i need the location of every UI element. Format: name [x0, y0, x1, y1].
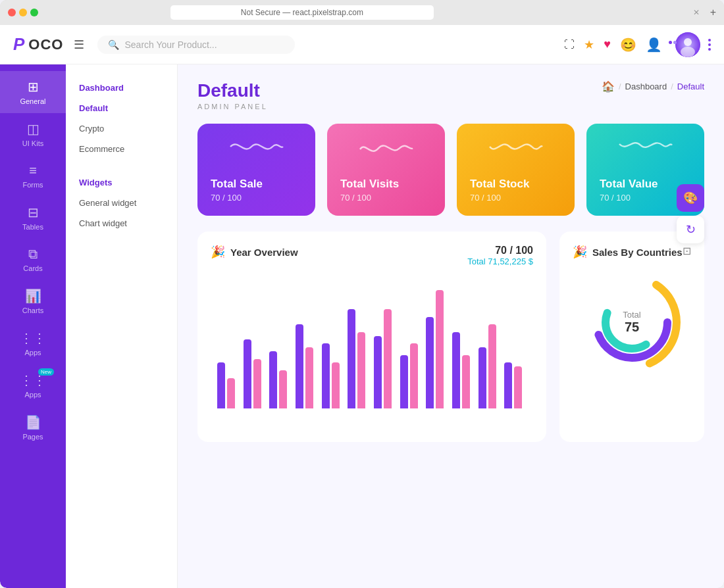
sidebar-item-apps[interactable]: ⋮⋮ Apps	[0, 322, 66, 364]
bar-pair	[400, 343, 423, 408]
search-icon: 🔍	[108, 39, 119, 50]
nav-right: ⛶ ★ ♥ 😊 👤	[564, 32, 711, 57]
sidebar-item-general[interactable]: ⊞ General	[0, 71, 66, 113]
new-tab-button[interactable]: +	[710, 7, 716, 18]
chart-stats-year: 70 / 100 Total 71,52,225 $	[467, 245, 533, 266]
user-icon[interactable]: 👤	[646, 37, 662, 53]
bar-pink	[227, 378, 235, 408]
bar-blue	[400, 355, 408, 408]
emoji-icon[interactable]: 😊	[620, 37, 636, 53]
bar-pink	[436, 290, 444, 408]
sidebar-item-ui-kits[interactable]: ◫ UI Kits	[0, 113, 66, 155]
apps-icon: ⋮⋮	[20, 330, 46, 346]
bar-pair	[348, 309, 370, 408]
bar-pair	[269, 351, 292, 408]
search-placeholder: Search Your Product...	[124, 39, 217, 50]
dashboard-section: Dashboard Default Crypto Ecommerce	[66, 78, 177, 159]
star-icon[interactable]: ★	[584, 37, 594, 52]
bar-pair	[322, 343, 344, 408]
breadcrumb-current: Default	[677, 82, 704, 91]
heart-icon[interactable]: ♥	[604, 37, 611, 51]
body-layout: ⊞ General ◫ UI Kits ≡ Forms ⊟ Tables ⧉	[0, 64, 724, 588]
card-wave-purple	[227, 134, 286, 160]
browser-close-button[interactable]: ✕	[693, 8, 700, 17]
widgets-section-title: Widgets	[66, 172, 177, 193]
paint-button[interactable]: 🎨	[677, 184, 704, 212]
refresh-button[interactable]: ↻	[677, 216, 704, 243]
bar-blue	[348, 309, 355, 408]
chart-header-year: 🎉 Year Overview 70 / 100 Total 71,52,225…	[211, 245, 533, 266]
hamburger-button[interactable]: ☰	[74, 37, 84, 52]
chart-title-row-sales: 🎉 Sales By Countries	[573, 245, 683, 259]
sidebar-item-tables[interactable]: ⊟ Tables	[0, 197, 66, 239]
stat-card-total-sale: Total Sale 70 / 100	[197, 124, 315, 216]
close-dot[interactable]	[8, 9, 16, 16]
breadcrumb-home-icon[interactable]: 🏠	[602, 80, 615, 93]
year-overview-title: Year Overview	[230, 247, 298, 258]
chart-title-row-year: 🎉 Year Overview	[211, 245, 298, 259]
bar-blue	[374, 336, 382, 408]
stat-card-subtitle-stock: 70 / 100	[470, 193, 561, 203]
bar-pink	[488, 324, 496, 408]
bar-pink	[410, 343, 418, 408]
widgets-section: Widgets General widget Chart widget	[66, 172, 177, 233]
bar-pink	[332, 362, 340, 408]
bar-pair	[478, 324, 501, 408]
tables-icon: ⊟	[28, 205, 39, 220]
bar-pair	[296, 324, 318, 408]
card-wave-teal	[616, 134, 675, 160]
logo-text: OCO	[28, 36, 63, 53]
bar-pair	[374, 309, 396, 408]
sub-sidebar-item-ecommerce[interactable]: Ecommerce	[66, 139, 177, 159]
bar-pink	[384, 309, 392, 408]
chart-header-sales: 🎉 Sales By Countries ⊡	[573, 245, 691, 259]
float-panel: 🎨 ↻	[677, 184, 704, 243]
sidebar-label-cards: Cards	[23, 264, 42, 272]
breadcrumb-sep2: /	[671, 82, 673, 91]
stat-card-title-visits: Total Visits	[340, 178, 432, 191]
expand-icon[interactable]: ⛶	[564, 39, 575, 51]
sub-sidebar-item-default[interactable]: Default	[66, 98, 177, 118]
forms-icon: ≡	[29, 163, 37, 178]
maximize-dot[interactable]	[30, 9, 38, 16]
sub-sidebar-item-crypto[interactable]: Crypto	[66, 118, 177, 139]
dashboard-section-title: Dashboard	[66, 78, 177, 98]
minimize-dot[interactable]	[19, 9, 27, 16]
avatar[interactable]	[675, 32, 700, 57]
card-wave-yellow	[486, 134, 546, 160]
bar-blue	[244, 339, 251, 408]
stat-cards: Total Sale 70 / 100 Total Visits 70 / 10…	[197, 124, 704, 216]
search-area: 🔍 Search Your Product...	[97, 36, 295, 54]
svg-point-2	[681, 47, 695, 57]
sidebar-item-charts[interactable]: 📊 Charts	[0, 280, 66, 322]
main-content: Default ADMIN PANEL 🏠 / Dashboard / Defa…	[178, 64, 724, 588]
stat-card-subtitle-visits: 70 / 100	[340, 193, 432, 203]
sidebar-item-forms[interactable]: ≡ Forms	[0, 155, 66, 197]
bar-pair	[426, 290, 448, 408]
sales-expand-icon[interactable]: ⊡	[683, 245, 691, 257]
url-bar[interactable]: Not Secure — react.pixelstrap.com	[170, 5, 434, 20]
donut-label: Total 75	[623, 310, 640, 335]
sidebar-label-general: General	[20, 97, 45, 105]
bar-blue	[217, 362, 225, 408]
bar-chart	[211, 277, 533, 408]
stat-card-subtitle-sale: 70 / 100	[211, 193, 302, 203]
sidebar-item-apps-new[interactable]: New ⋮⋮ Apps	[0, 364, 66, 406]
sub-sidebar-item-general-widget[interactable]: General widget	[66, 193, 177, 213]
bar-pink	[279, 370, 287, 408]
sidebar-item-cards[interactable]: ⧉ Cards	[0, 239, 66, 280]
sub-sidebar-item-chart-widget[interactable]: Chart widget	[66, 213, 177, 233]
bar-pink	[305, 347, 313, 408]
sidebar-label-tables: Tables	[22, 223, 43, 231]
bar-blue	[426, 317, 434, 408]
avatar-menu-dots[interactable]	[708, 39, 711, 51]
bar-pair	[244, 339, 266, 408]
breadcrumb-dashboard[interactable]: Dashboard	[625, 82, 667, 91]
donut-total-value: 75	[623, 320, 640, 335]
sidebar-item-pages[interactable]: 📄 Pages	[0, 406, 66, 449]
bar-pair	[217, 362, 240, 408]
bar-pair	[504, 362, 527, 408]
breadcrumb: 🏠 / Dashboard / Default	[602, 80, 704, 93]
page-title-section: Default ADMIN PANEL	[197, 80, 268, 110]
sidebar-label-ui-kits: UI Kits	[22, 139, 43, 147]
